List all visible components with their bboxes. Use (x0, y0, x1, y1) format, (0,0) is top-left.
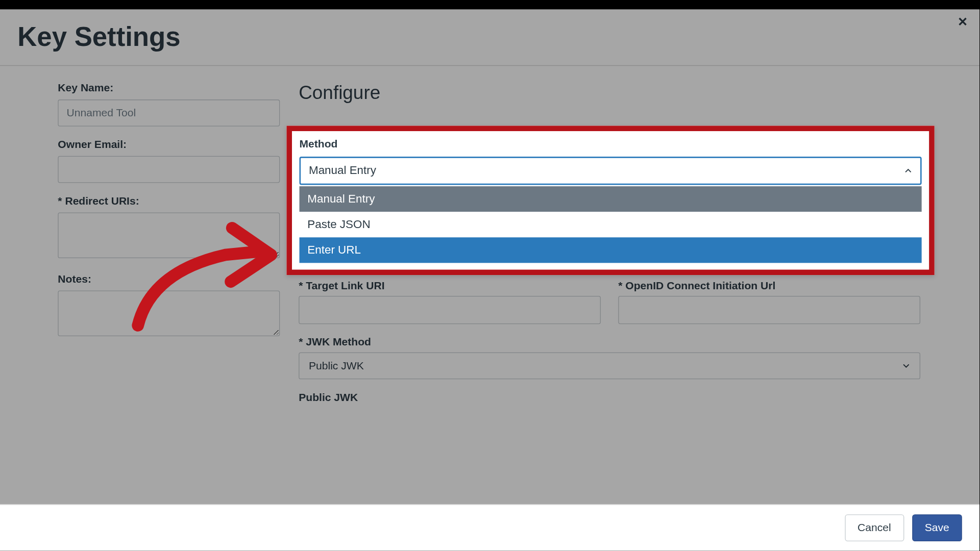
modal-footer: Cancel Save (0, 504, 979, 550)
key-settings-modal: Key Settings ✕ Key Name: Owner Email: * … (0, 9, 979, 550)
close-button[interactable]: ✕ (958, 15, 968, 30)
jwk-method-label: * JWK Method (299, 336, 920, 348)
owner-email-input[interactable] (58, 156, 280, 183)
notes-input[interactable] (58, 290, 280, 336)
configure-heading: Configure (299, 82, 920, 104)
jwk-method-select[interactable]: Public JWK (299, 353, 920, 380)
notes-label: Notes: (58, 273, 280, 285)
left-column: Key Name: Owner Email: * Redirect URIs: … (58, 82, 280, 408)
redirect-uris-input[interactable] (58, 212, 280, 258)
openid-url-label: * OpenID Connect Initiation Url (618, 280, 920, 292)
key-name-label: Key Name: (58, 82, 280, 94)
method-select[interactable]: Manual Entry (300, 157, 922, 185)
method-label: Method (300, 138, 922, 150)
owner-email-label: Owner Email: (58, 139, 280, 151)
save-button[interactable]: Save (912, 514, 962, 541)
jwk-method-value: Public JWK (309, 360, 364, 372)
method-dropdown-highlight: Method Manual Entry Manual Entry Paste J… (286, 126, 934, 275)
target-link-uri-input[interactable] (299, 296, 601, 324)
chevron-down-icon (902, 362, 910, 370)
method-options-list: Manual Entry Paste JSON Enter URL (300, 186, 922, 263)
close-icon: ✕ (958, 15, 968, 29)
redirect-uris-label: * Redirect URIs: (58, 195, 280, 207)
modal-header: Key Settings ✕ (0, 9, 979, 66)
method-option-enter-url[interactable]: Enter URL (300, 237, 922, 263)
chevron-up-icon (904, 167, 912, 175)
openid-url-input[interactable] (618, 296, 920, 324)
method-option-manual-entry[interactable]: Manual Entry (300, 186, 922, 212)
modal-title: Key Settings (17, 21, 962, 52)
target-link-uri-label: * Target Link URI (299, 280, 601, 292)
public-jwk-label: Public JWK (299, 391, 920, 404)
key-name-input[interactable] (58, 99, 280, 127)
method-option-paste-json[interactable]: Paste JSON (300, 212, 922, 237)
cancel-button[interactable]: Cancel (845, 514, 904, 541)
method-selected-value: Manual Entry (309, 164, 376, 178)
